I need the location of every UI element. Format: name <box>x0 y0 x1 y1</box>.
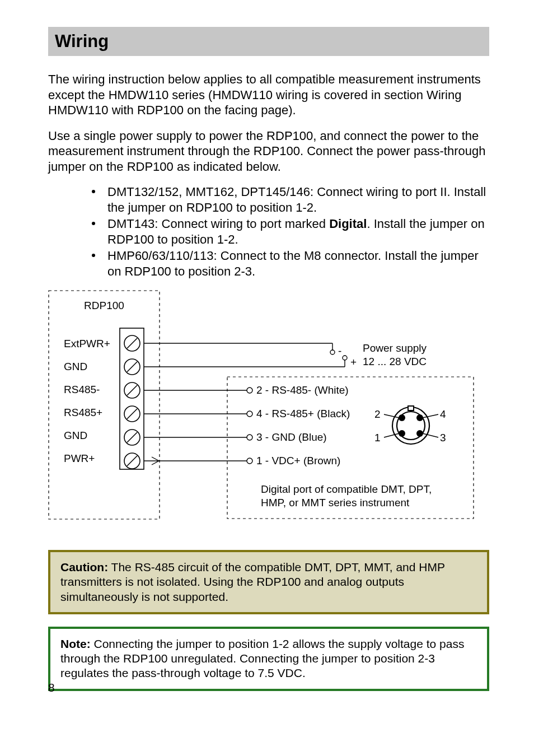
list-item: DMT143: Connect wiring to port marked Di… <box>92 216 489 247</box>
page: Wiring The wiring instruction below appl… <box>0 0 534 756</box>
list-item-bold: Digital <box>329 217 367 231</box>
power-label-1: Power supply <box>363 342 427 354</box>
device-label: RDP100 <box>84 300 124 311</box>
screw-terminal-icon <box>124 335 140 469</box>
svg-point-19 <box>343 356 347 360</box>
svg-point-32 <box>399 414 405 421</box>
diagram-footer-2: HMP, or MMT series instrument <box>261 497 410 508</box>
svg-line-3 <box>127 338 137 348</box>
page-title: Wiring <box>55 31 483 52</box>
bullet-list: DMT132/152, MMT162, DPT145/146: Connect … <box>92 184 489 279</box>
svg-line-9 <box>127 409 137 419</box>
paragraph-2: Use a single power supply to power the R… <box>48 128 489 175</box>
svg-rect-31 <box>408 406 414 410</box>
svg-line-36 <box>384 414 399 418</box>
svg-line-5 <box>127 362 137 372</box>
svg-point-34 <box>399 430 405 437</box>
diagram-footer-1: Digital port of compatible DMT, DPT, <box>261 483 432 495</box>
pin-label: 3 <box>440 432 446 444</box>
svg-line-37 <box>423 414 438 418</box>
wire-label: 1 - VDC+ (Brown) <box>256 455 340 466</box>
page-number: 8 <box>48 681 55 694</box>
note-text: Connecting the jumper to position 1-2 al… <box>60 637 464 680</box>
svg-point-35 <box>416 430 423 437</box>
pin-label: 4 <box>440 408 446 420</box>
caution-text: The RS-485 circuit of the compatible DMT… <box>60 561 445 603</box>
caution-label: Caution: <box>60 561 108 573</box>
note-box: Note: Connecting the jumper to position … <box>48 627 489 691</box>
list-item: HMP60/63/110/113: Connect to the M8 conn… <box>92 248 489 279</box>
pin-label: 2 <box>374 408 381 420</box>
wire-label: 3 - GND (Blue) <box>256 431 327 443</box>
list-item: DMT132/152, MMT162, DPT145/146: Connect … <box>92 184 489 215</box>
terminal-label: PWR+ <box>64 452 95 464</box>
svg-point-29 <box>392 407 429 444</box>
svg-rect-1 <box>120 328 144 469</box>
caution-box: Caution: The RS-485 circuit of the compa… <box>48 550 489 614</box>
svg-point-16 <box>330 350 335 354</box>
terminal-label: ExtPWR+ <box>64 338 110 349</box>
wire-label: 2 - RS-485- (White) <box>256 384 349 396</box>
power-minus: - <box>338 345 341 357</box>
terminal-label: RS485+ <box>64 407 102 418</box>
terminal-label: GND <box>64 430 87 441</box>
terminal-label: RS485- <box>64 384 100 395</box>
paragraph-1: The wiring instruction below applies to … <box>48 72 489 118</box>
svg-line-7 <box>127 385 137 395</box>
wiring-diagram: RDP100 ExtPWR+ GND RS485- RS485+ GND PWR… <box>48 290 475 525</box>
power-plus: + <box>350 356 357 368</box>
terminal-label: GND <box>64 361 87 372</box>
svg-line-13 <box>127 456 137 466</box>
list-item-pre: DMT143: Connect wiring to port marked <box>107 217 329 231</box>
svg-line-11 <box>127 432 137 442</box>
power-label-2: 12 ... 28 VDC <box>363 356 427 367</box>
section-header: Wiring <box>48 27 489 56</box>
svg-rect-0 <box>49 291 160 519</box>
svg-point-22 <box>247 388 252 393</box>
pin-label: 1 <box>374 432 381 444</box>
wire-label: 4 - RS-485+ (Black) <box>256 408 350 419</box>
note-label: Note: <box>60 637 91 650</box>
connector-icon <box>384 406 438 444</box>
svg-point-26 <box>247 435 252 440</box>
svg-point-24 <box>247 411 252 417</box>
svg-point-28 <box>247 458 252 464</box>
svg-point-33 <box>416 414 423 421</box>
